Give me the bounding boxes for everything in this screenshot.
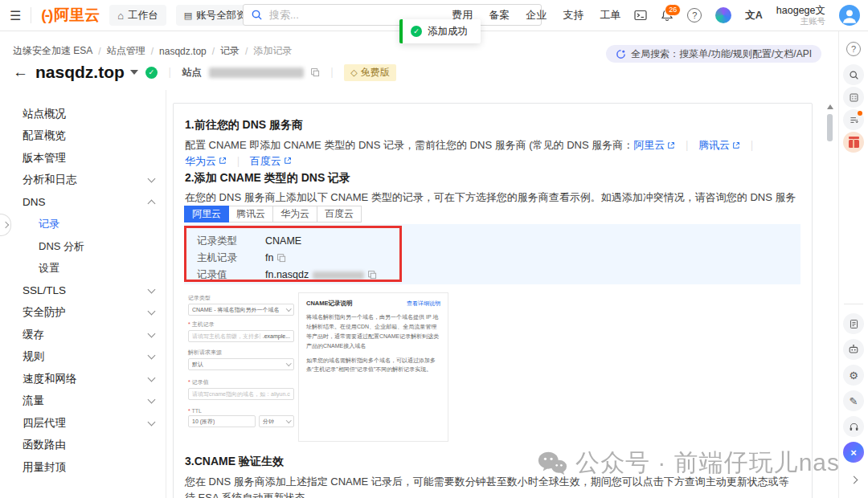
avatar[interactable] bbox=[839, 5, 860, 26]
back-button[interactable] bbox=[13, 63, 28, 81]
sidebar-item-5[interactable]: 记录 bbox=[0, 214, 166, 236]
sidebar-item-label: 函数路由 bbox=[23, 438, 66, 452]
sidebar-item-3[interactable]: 分析和日志 bbox=[0, 169, 166, 192]
page-title[interactable]: nasqdz.top bbox=[35, 63, 125, 82]
breadcrumb-link[interactable]: 边缘安全加速 ESA bbox=[13, 44, 92, 58]
topbar-menu-item[interactable]: 备案 bbox=[489, 8, 510, 22]
breadcrumb: 边缘安全加速 ESA/站点管理/nasqdz.top/记录/ 添加记录 bbox=[13, 44, 292, 58]
username: haogege文 bbox=[776, 5, 825, 16]
sidebar-item-16[interactable]: 用量封顶 bbox=[0, 456, 166, 479]
breadcrumb-link[interactable]: 站点管理 bbox=[107, 44, 145, 58]
search-icon bbox=[251, 9, 263, 21]
divider: ｜ bbox=[327, 65, 338, 80]
sidebar-item-0[interactable]: 站点概况 bbox=[0, 103, 166, 125]
help-icon[interactable] bbox=[687, 8, 702, 22]
sidebar-item-7[interactable]: 设置 bbox=[0, 258, 166, 280]
sidebar-item-label: 用量封顶 bbox=[23, 460, 66, 475]
account-menu[interactable]: haogege文 主账号 bbox=[776, 5, 825, 26]
provider-link[interactable]: 华为云 bbox=[185, 153, 227, 169]
cloudshell-icon[interactable] bbox=[634, 10, 647, 21]
breadcrumb-link[interactable]: nasqdz.top bbox=[159, 46, 207, 57]
sidebar-item-1[interactable]: 配置概览 bbox=[0, 125, 166, 148]
esa-console-window: (-) 阿里云 工作台 账号全部资源 费用备案企业支持工单 26 bbox=[0, 0, 868, 498]
provider-tabs: 阿里云腾讯云华为云百度云 bbox=[185, 206, 362, 222]
sidebar-item-label: 速度和网络 bbox=[23, 372, 77, 386]
sidebar-item-15[interactable]: 函数路由 bbox=[0, 435, 166, 457]
rail-doc-icon[interactable] bbox=[843, 313, 864, 334]
sidebar-item-14[interactable]: 四层代理 bbox=[0, 412, 166, 435]
example-ttl-unit-select: 分钟 bbox=[259, 415, 294, 427]
example-doc-p1: 将域名解析指向另一个域名，由另一个域名提供 IP 地址解析结果。在使用CDN、企… bbox=[306, 312, 440, 351]
sidebar-item-11[interactable]: 规则 bbox=[0, 346, 166, 369]
site-header: nasqdz.top ｜ 站点 ｜ 免费版 bbox=[13, 63, 396, 82]
sidebar-item-2[interactable]: 版本管理 bbox=[0, 147, 166, 169]
scroll-up-arrow[interactable] bbox=[827, 104, 833, 109]
chevron-down-icon bbox=[148, 285, 156, 293]
chevron-down-icon bbox=[148, 396, 156, 404]
topbar-menu-item[interactable]: 工单 bbox=[600, 8, 620, 22]
notification-bell-icon[interactable]: 26 bbox=[661, 9, 674, 22]
rail-checklist-icon[interactable] bbox=[843, 87, 864, 108]
breadcrumb-link[interactable]: 记录 bbox=[220, 44, 240, 58]
section2-title: 2.添加 CNAME 类型的 DNS 记录 bbox=[185, 171, 350, 186]
chevron-up-icon bbox=[148, 199, 156, 207]
rail-settings-gear-icon[interactable]: ⚙ bbox=[843, 365, 864, 386]
copilot-icon[interactable] bbox=[715, 7, 731, 23]
sidebar-item-label: 设置 bbox=[39, 261, 59, 276]
sidebar-item-10[interactable]: 缓存 bbox=[0, 324, 166, 346]
notification-dot bbox=[858, 111, 862, 116]
workbench-button[interactable]: 工作台 bbox=[109, 5, 166, 26]
home-icon bbox=[117, 10, 124, 22]
copy-site-id-icon[interactable] bbox=[311, 68, 320, 77]
provider-link[interactable]: 阿里云 bbox=[633, 137, 675, 153]
provider-tab-3[interactable]: 百度云 bbox=[317, 206, 362, 222]
toast-message: 添加成功 bbox=[428, 25, 468, 39]
language-switch-icon[interactable]: 文A bbox=[745, 9, 763, 22]
sidebar-item-label: DNS bbox=[23, 196, 46, 208]
topbar-menu-item[interactable]: 支持 bbox=[563, 8, 583, 22]
watermark: 公众号 · 前端仔玩儿nas bbox=[537, 447, 840, 480]
example-host-label: 主机记录 bbox=[188, 320, 294, 329]
section1-desc-text: 配置 CNAME 即添加 CNAME 类型的 DNS 记录，需前往您的 DNS … bbox=[185, 139, 633, 151]
section3-title: 3.CNAME 验证生效 bbox=[185, 455, 284, 469]
rail-robot-icon[interactable] bbox=[843, 339, 864, 360]
sidebar-item-9[interactable]: 安全防护 bbox=[0, 302, 166, 325]
rail-search-icon[interactable] bbox=[843, 64, 864, 85]
example-value-label: 记录值 bbox=[188, 378, 294, 386]
sidebar-item-label: 安全防护 bbox=[23, 305, 66, 320]
aliyun-logo-text: 阿里云 bbox=[54, 5, 100, 26]
provider-tab-2[interactable]: 华为云 bbox=[272, 206, 317, 222]
rail-support-headset-icon[interactable] bbox=[843, 416, 864, 437]
scrollbar-thumb[interactable] bbox=[827, 114, 833, 141]
chevron-right-icon bbox=[2, 222, 8, 228]
provider-link[interactable]: 百度云 bbox=[250, 153, 292, 169]
cname-setup-card: 1.前往您的 DNS 服务商 配置 CNAME 即添加 CNAME 类型的 DN… bbox=[173, 103, 813, 498]
topbar-menu-item[interactable]: 企业 bbox=[526, 8, 547, 22]
rail-queue-icon[interactable] bbox=[843, 109, 864, 130]
separator: ｜ bbox=[682, 139, 692, 151]
sidebar-item-label: 缓存 bbox=[23, 328, 44, 342]
separator: ｜ bbox=[747, 139, 757, 151]
rail-collapse-chevron-icon[interactable] bbox=[843, 469, 864, 490]
sidebar-item-4[interactable]: DNS bbox=[0, 191, 166, 214]
sidebar-item-13[interactable]: 流量 bbox=[0, 390, 166, 413]
provider-tab-0[interactable]: 阿里云 bbox=[184, 206, 229, 222]
sidebar-item-6[interactable]: DNS 分析 bbox=[0, 235, 166, 258]
rail-close-assistant-icon[interactable] bbox=[843, 442, 864, 463]
example-source-select: 默认 bbox=[188, 358, 294, 370]
chevron-down-icon bbox=[148, 329, 156, 337]
provider-link[interactable]: 腾讯云 bbox=[698, 137, 740, 153]
sidebar-item-12[interactable]: 速度和网络 bbox=[0, 368, 166, 390]
example-value-placeholder: 请填写cname指向的域名，如：aliyun.com bbox=[192, 390, 290, 398]
global-search-pill[interactable]: 全局搜索：搜菜单/功能/规则配置/文档/API bbox=[606, 45, 821, 63]
rail-feedback-pencil-icon[interactable]: ✎ bbox=[843, 390, 864, 411]
aliyun-logo[interactable]: (-) 阿里云 bbox=[41, 5, 100, 26]
rail-help-icon[interactable] bbox=[846, 42, 861, 56]
rail-gift-icon[interactable] bbox=[843, 132, 864, 153]
provider-tab-1[interactable]: 腾讯云 bbox=[228, 206, 273, 222]
example-type-select: CNAME - 将域名指向另外一个域名 bbox=[188, 304, 294, 316]
hamburger-menu-icon[interactable] bbox=[10, 8, 21, 23]
sidebar-item-8[interactable]: SSL/TLS bbox=[0, 280, 166, 302]
site-switcher-caret-icon[interactable] bbox=[130, 70, 138, 75]
sidebar-item-label: 记录 bbox=[39, 217, 59, 231]
